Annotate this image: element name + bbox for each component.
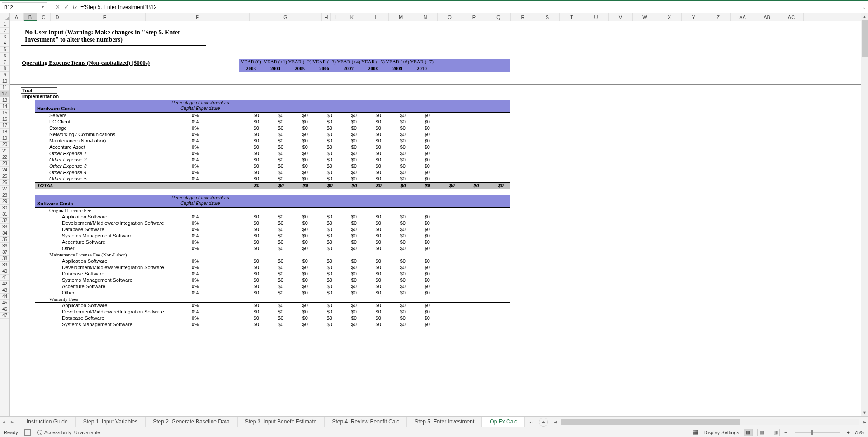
accessibility-status[interactable]: Accessibility: Unavailable: [44, 430, 100, 435]
row-header-12[interactable]: 12: [0, 91, 9, 97]
column-header-Q[interactable]: Q: [486, 13, 511, 21]
row-header-43[interactable]: 43: [0, 287, 9, 294]
row-header-14[interactable]: 14: [0, 104, 9, 110]
row-header-45[interactable]: 45: [0, 300, 9, 306]
column-header-W[interactable]: W: [633, 13, 657, 21]
column-header-V[interactable]: V: [609, 13, 633, 21]
sheet-tab[interactable]: Instruction Guide: [19, 417, 75, 428]
row-header-18[interactable]: 18: [0, 129, 9, 135]
column-header-E[interactable]: E: [64, 13, 146, 21]
row-header-8[interactable]: 8: [0, 66, 9, 72]
row-header-23[interactable]: 23: [0, 161, 9, 167]
formula-input[interactable]: [79, 2, 861, 12]
column-header-L[interactable]: L: [364, 13, 389, 21]
row-header-25[interactable]: 25: [0, 173, 9, 180]
column-header-A[interactable]: A: [10, 13, 24, 21]
cancel-icon[interactable]: ✕: [53, 4, 62, 10]
row-header-20[interactable]: 20: [0, 142, 9, 148]
row-header-22[interactable]: 22: [0, 154, 9, 161]
column-header-M[interactable]: M: [389, 13, 413, 21]
hscroll-right-icon[interactable]: ►: [862, 420, 868, 424]
active-cell-b12[interactable]: Tool Implementation: [21, 87, 57, 94]
row-header-3[interactable]: 3: [0, 34, 9, 40]
row-header-17[interactable]: 17: [0, 123, 9, 129]
select-all-button[interactable]: [0, 13, 10, 21]
horizontal-scrollbar[interactable]: [561, 419, 859, 425]
row-header-39[interactable]: 39: [0, 262, 9, 268]
column-header-N[interactable]: N: [413, 13, 438, 21]
column-header-S[interactable]: S: [535, 13, 560, 21]
enter-icon[interactable]: ✓: [62, 4, 71, 10]
zoom-out-button[interactable]: −: [784, 430, 787, 435]
more-tabs-icon[interactable]: ···: [525, 419, 536, 425]
zoom-in-button[interactable]: +: [847, 430, 850, 435]
row-header-24[interactable]: 24: [0, 167, 9, 173]
column-header-Y[interactable]: Y: [682, 13, 706, 21]
row-header-11[interactable]: 11: [0, 85, 9, 91]
column-header-F[interactable]: F: [146, 13, 250, 21]
fx-icon[interactable]: fx: [73, 4, 77, 10]
column-header-R[interactable]: R: [511, 13, 535, 21]
row-header-9[interactable]: 9: [0, 72, 9, 78]
row-header-6[interactable]: 6: [0, 53, 9, 59]
row-header-30[interactable]: 30: [0, 205, 9, 211]
column-header-X[interactable]: X: [657, 13, 682, 21]
row-header-13[interactable]: 13: [0, 97, 9, 104]
row-header-44[interactable]: 44: [0, 294, 9, 300]
hscroll-left-icon[interactable]: ◄: [552, 420, 558, 424]
row-header-5[interactable]: 5: [0, 47, 9, 53]
column-header-O[interactable]: O: [438, 13, 462, 21]
add-sheet-button[interactable]: +: [539, 418, 548, 427]
zoom-slider-thumb[interactable]: [811, 430, 813, 435]
vertical-scrollbar[interactable]: ▲ ▼: [861, 13, 868, 416]
row-header-10[interactable]: 10: [0, 78, 9, 85]
row-header-36[interactable]: 36: [0, 243, 9, 249]
tab-nav-prev-icon[interactable]: ◄: [0, 419, 8, 424]
zoom-slider[interactable]: [795, 432, 840, 433]
name-box[interactable]: B12 ▼: [2, 2, 47, 12]
display-settings-label[interactable]: Display Settings: [703, 430, 739, 435]
row-header-28[interactable]: 28: [0, 192, 9, 199]
row-header-16[interactable]: 16: [0, 116, 9, 123]
row-header-29[interactable]: 29: [0, 199, 9, 205]
row-header-47[interactable]: 47: [0, 313, 9, 319]
column-header-AA[interactable]: AA: [731, 13, 755, 21]
sheet-tab[interactable]: Step 1. Input Variables: [75, 417, 146, 428]
sheet-tab[interactable]: Step 4. Review Benefit Calc: [324, 417, 407, 428]
column-header-H[interactable]: H: [322, 13, 331, 21]
tab-nav-next-icon[interactable]: ►: [8, 419, 16, 424]
row-header-42[interactable]: 42: [0, 281, 9, 287]
row-header-32[interactable]: 32: [0, 218, 9, 224]
row-header-4[interactable]: 4: [0, 40, 9, 47]
column-header-Z[interactable]: Z: [706, 13, 731, 21]
column-header-P[interactable]: P: [462, 13, 486, 21]
page-layout-view-button[interactable]: ▤: [757, 429, 766, 436]
normal-view-button[interactable]: ▦: [744, 429, 753, 436]
page-break-view-button[interactable]: ▥: [771, 429, 780, 436]
row-header-35[interactable]: 35: [0, 237, 9, 243]
row-header-2[interactable]: 2: [0, 28, 9, 34]
row-header-27[interactable]: 27: [0, 186, 9, 192]
zoom-level[interactable]: 75%: [854, 430, 864, 435]
display-settings-icon[interactable]: [693, 429, 699, 436]
row-header-15[interactable]: 15: [0, 110, 9, 116]
row-header-26[interactable]: 26: [0, 180, 9, 186]
column-header-AC[interactable]: AC: [779, 13, 804, 21]
macro-record-icon[interactable]: [24, 429, 31, 436]
column-header-K[interactable]: K: [340, 13, 364, 21]
row-header-34[interactable]: 34: [0, 230, 9, 237]
row-header-40[interactable]: 40: [0, 268, 9, 275]
row-header-41[interactable]: 41: [0, 275, 9, 281]
column-header-C[interactable]: C: [37, 13, 51, 21]
scrollbar-thumb[interactable]: [862, 20, 868, 57]
chevron-down-icon[interactable]: ▼: [41, 5, 45, 9]
row-header-21[interactable]: 21: [0, 148, 9, 154]
column-header-T[interactable]: T: [560, 13, 584, 21]
column-header-G[interactable]: G: [250, 13, 322, 21]
column-header-AB[interactable]: AB: [755, 13, 779, 21]
sheet-tab[interactable]: Step 5. Enter Investment: [407, 417, 482, 428]
hscrollbar-thumb[interactable]: [561, 419, 740, 425]
row-header-37[interactable]: 37: [0, 249, 9, 256]
column-header-D[interactable]: D: [51, 13, 64, 21]
scroll-up-icon[interactable]: ▲: [861, 13, 868, 20]
